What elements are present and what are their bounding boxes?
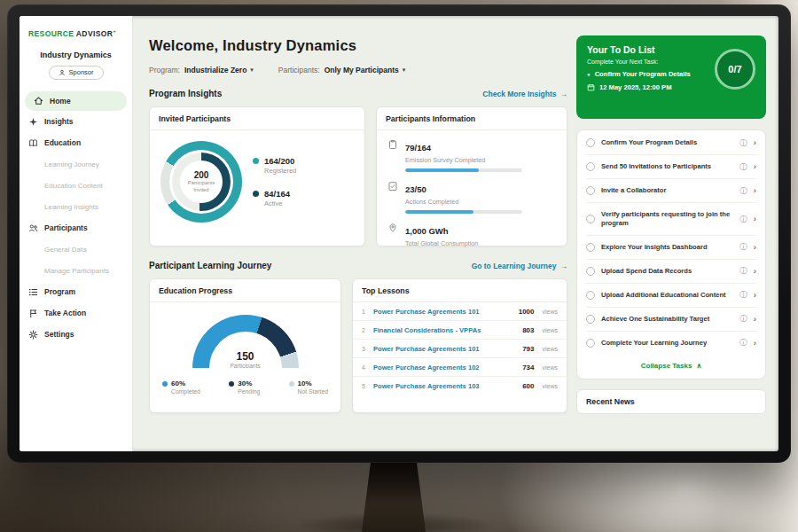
sidebar-item-label: Manage Participants <box>44 267 109 275</box>
info-icon[interactable]: ⓘ <box>739 187 747 195</box>
sidebar-item-insights[interactable]: Insights <box>20 112 132 132</box>
info-icon[interactable]: ⓘ <box>739 215 747 223</box>
lesson-link[interactable]: Power Purchase Agreements 101 <box>373 308 512 316</box>
task-checkbox[interactable] <box>586 339 595 348</box>
info-icon[interactable]: ⓘ <box>739 139 747 147</box>
task-checkbox[interactable] <box>586 162 595 171</box>
task-row-invite-collaborator[interactable]: Invite a Collaborator ⓘ › <box>586 179 756 203</box>
task-row-verify-participants[interactable]: Verify participants requesting to join t… <box>586 203 756 236</box>
todo-due-label: 12 May 2025, 12:00 PM <box>599 83 671 91</box>
go-to-learning-journey-label: Go to Learning Journey <box>472 262 557 270</box>
sidebar-item-learning-journey[interactable]: Learning Journey <box>20 154 132 175</box>
task-list-card: Confirm Your Program Details ⓘ › Send 50… <box>576 129 766 379</box>
invited-center-value: 200 <box>194 170 209 180</box>
task-row-explore-insights[interactable]: Explore Your Insights Dashboard ⓘ › <box>586 236 756 260</box>
settings-icon <box>28 330 38 340</box>
chevron-right-icon[interactable]: › <box>754 267 756 276</box>
sidebar-item-settings[interactable]: Settings <box>20 325 132 345</box>
task-row-complete-learning-journey[interactable]: Complete Your Learning Journey ⓘ › <box>586 332 756 355</box>
actions-completed-label: Actions Completed <box>405 198 522 206</box>
collapse-tasks-button[interactable]: Collapse Tasks ∧ <box>586 355 756 378</box>
sidebar-item-manage-participants[interactable]: Manage Participants <box>20 261 132 281</box>
sidebar-item-participants[interactable]: Participants <box>20 218 132 239</box>
sidebar-item-home[interactable]: Home <box>25 91 127 111</box>
task-label: Send 50 Invitations to Participants <box>601 162 733 171</box>
task-checkbox[interactable] <box>586 315 595 324</box>
participants-filter-value: Only My Participants <box>325 66 399 74</box>
task-checkbox[interactable] <box>586 291 595 300</box>
sidebar-item-general-data[interactable]: General Data <box>20 239 132 260</box>
task-checkbox[interactable] <box>586 267 595 276</box>
sidebar-item-label: Program <box>44 287 75 296</box>
lesson-row: 5 Power Purchase Agreements 103 600 view… <box>353 377 567 395</box>
info-icon[interactable]: ⓘ <box>739 339 747 347</box>
info-icon[interactable]: ⓘ <box>739 243 747 251</box>
task-label: Verify participants requesting to join t… <box>601 210 733 228</box>
monitor-bezel: RESOURCE ADVISOR+ Industry Dynamics Spon… <box>7 4 791 463</box>
task-row-confirm-program[interactable]: Confirm Your Program Details ⓘ › <box>586 131 756 155</box>
task-label: Complete Your Learning Journey <box>601 339 733 348</box>
todo-column: Your To Do List Complete Your Next Task:… <box>576 16 778 451</box>
chevron-right-icon[interactable]: › <box>754 215 756 223</box>
sidebar: RESOURCE ADVISOR+ Industry Dynamics Spon… <box>20 16 133 451</box>
recent-news-header[interactable]: Recent News <box>576 389 766 414</box>
lesson-link[interactable]: Financial Considerations - VPPAs <box>373 326 516 334</box>
program-insights-title: Program Insights <box>149 89 222 98</box>
sponsor-person-icon <box>59 69 66 76</box>
task-row-achieve-target[interactable]: Achieve One Sustainability Target ⓘ › <box>586 308 756 332</box>
chevron-right-icon[interactable]: › <box>754 138 756 147</box>
info-icon[interactable]: ⓘ <box>739 291 747 299</box>
legend-completed: 60%Completed <box>162 379 200 395</box>
sidebar-item-education-content[interactable]: Education Content <box>20 176 132 196</box>
task-row-send-invitations[interactable]: Send 50 Invitations to Participants ⓘ › <box>586 155 756 179</box>
learning-journey-header: Participant Learning Journey Go to Learn… <box>149 261 567 270</box>
chevron-down-icon: ▾ <box>250 66 254 74</box>
chevron-right-icon[interactable]: › <box>754 162 756 171</box>
legend-pending: 30%Pending <box>229 379 260 395</box>
dashboard-screen: RESOURCE ADVISOR+ Industry Dynamics Spon… <box>20 16 778 451</box>
home-icon <box>34 96 43 106</box>
task-checkbox[interactable] <box>586 186 595 195</box>
task-label: Explore Your Insights Dashboard <box>601 243 733 252</box>
lesson-views-label: views <box>542 383 558 389</box>
location-icon <box>387 223 398 233</box>
chevron-right-icon[interactable]: › <box>754 291 756 300</box>
participants-icon <box>28 223 38 233</box>
clipboard-icon <box>387 139 398 150</box>
not-started-dot-icon <box>289 381 294 387</box>
go-to-learning-journey-link[interactable]: Go to Learning Journey → <box>472 262 567 270</box>
lesson-link[interactable]: Power Purchase Agreements 101 <box>373 345 516 353</box>
sidebar-item-program[interactable]: Program <box>20 282 132 302</box>
registered-dot-icon <box>253 158 259 164</box>
task-checkbox[interactable] <box>586 138 595 147</box>
chevron-right-icon[interactable]: › <box>754 186 756 195</box>
lesson-link[interactable]: Power Purchase Agreements 102 <box>373 364 516 372</box>
participants-information-card-title: Participants Information <box>377 107 567 130</box>
sidebar-item-take-action[interactable]: Take Action <box>20 303 132 324</box>
registered-label: Registered <box>264 167 296 175</box>
chevron-right-icon[interactable]: › <box>754 315 756 324</box>
participants-filter-dropdown[interactable]: Participants: Only My Participants ▾ <box>278 66 405 74</box>
sponsor-badge-label: Sponsor <box>69 68 94 76</box>
info-icon[interactable]: ⓘ <box>739 163 747 171</box>
app-logo: RESOURCE ADVISOR+ <box>20 16 132 38</box>
checklist-icon <box>387 181 398 192</box>
active-label: Active <box>264 200 290 207</box>
chevron-right-icon[interactable]: › <box>754 243 756 252</box>
lesson-views-label: views <box>542 327 558 333</box>
task-row-upload-educational-content[interactable]: Upload Additional Educational Content ⓘ … <box>586 284 756 308</box>
check-more-insights-link[interactable]: Check More Insights → <box>482 90 567 98</box>
info-icon[interactable]: ⓘ <box>739 315 747 323</box>
lesson-link[interactable]: Power Purchase Agreements 103 <box>373 382 516 390</box>
task-checkbox[interactable] <box>586 243 595 252</box>
task-row-upload-spend-data[interactable]: Upload Spend Data Records ⓘ › <box>586 260 756 284</box>
info-icon[interactable]: ⓘ <box>739 267 747 275</box>
program-filter-dropdown[interactable]: Program: Industrialize Zero ▾ <box>149 66 254 74</box>
sidebar-item-learning-insights[interactable]: Learning Insights <box>20 197 132 217</box>
logo-primary: RESOURCE <box>28 29 74 38</box>
task-checkbox[interactable] <box>586 215 595 223</box>
sidebar-item-education[interactable]: Education <box>20 133 132 153</box>
program-filter-label: Program: <box>149 66 180 74</box>
chevron-down-icon: ▾ <box>403 66 406 74</box>
chevron-right-icon[interactable]: › <box>754 339 756 348</box>
